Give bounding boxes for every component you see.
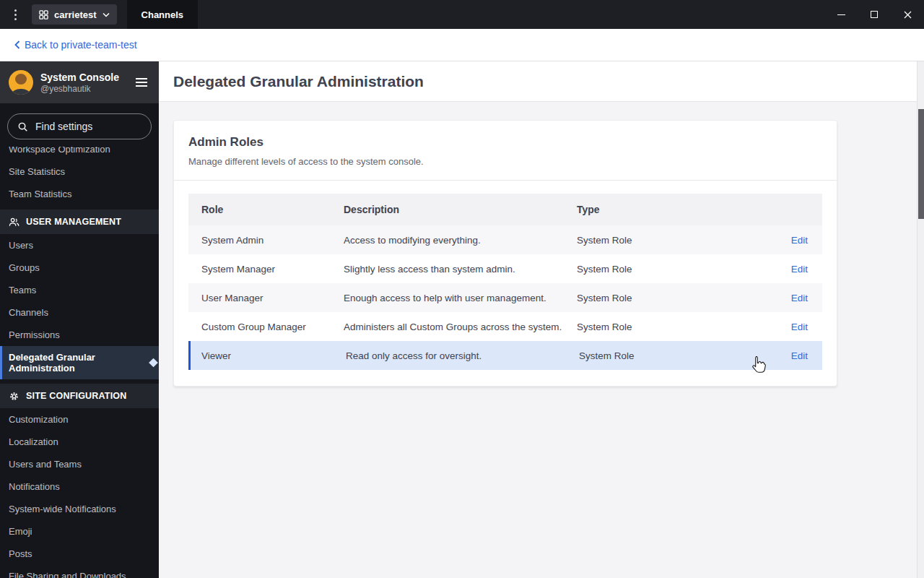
sidebar-item-groups[interactable]: Groups [0,256,159,279]
sidebar-item-teams[interactable]: Teams [0,279,159,301]
table-row-custom-group-manager[interactable]: Custom Group Manager Administers all Cus… [188,312,822,341]
type-cell: System Role [577,293,763,303]
role-cell: Viewer [191,350,346,361]
table-row-system-admin[interactable]: System Admin Access to modifying everyth… [188,225,822,254]
window-controls [824,0,924,29]
column-description: Description [344,204,577,215]
maximize-button[interactable] [858,0,891,29]
description-cell: Read only access for oversight. [346,350,579,361]
console-identity: System Console @yesbhautik [40,72,126,94]
console-username: @yesbhautik [40,84,126,94]
table-row-viewer[interactable]: Viewer Read only access for oversight. S… [188,341,822,370]
minimize-button[interactable] [824,0,858,29]
section-site-configuration-label: SITE CONFIGURATION [26,391,126,401]
users-icon [9,217,19,228]
sidebar-item-site-statistics[interactable]: Site Statistics [0,160,159,183]
sidebar-header: System Console @yesbhautik [0,61,159,103]
table-header-row: Role Description Type [188,194,822,225]
team-grid-icon [39,10,48,20]
sidebar-search-wrap [0,103,159,147]
sidebar-item-workspace-optimization[interactable]: Workspace Optimization [0,147,159,160]
sidebar-item-notifications[interactable]: Notifications [0,475,159,498]
search-input[interactable] [34,120,135,133]
search-input-wrap[interactable] [7,113,152,139]
system-console-sidebar: System Console @yesbhautik Workspace Opt… [0,61,159,578]
page-body: Admin Roles Manage different levels of a… [159,102,924,405]
titlebar: carrietest Channels [0,0,924,29]
role-cell: Custom Group Manager [188,322,344,332]
app-window: carrietest Channels [0,0,924,578]
role-cell: User Manager [188,293,344,303]
sidebar-item-channels[interactable]: Channels [0,301,159,324]
type-cell: System Role [577,264,763,275]
sidebar-item-users-and-teams[interactable]: Users and Teams [0,453,159,475]
card-header: Admin Roles Manage different levels of a… [174,121,837,181]
sidebar-item-permissions[interactable]: Permissions [0,324,159,346]
card-title: Admin Roles [188,135,822,150]
edit-link[interactable]: Edit [791,235,808,246]
team-selector[interactable]: carrietest [32,4,117,25]
sidebar-item-customization[interactable]: Customization [0,408,159,431]
column-role: Role [188,204,344,215]
sidebar-item-localization[interactable]: Localization [0,431,159,453]
hamburger-menu-icon[interactable] [133,75,150,90]
sidebar-item-label: Delegated Granular Administration [9,352,95,374]
close-button[interactable] [891,0,924,29]
tab-channels-label: Channels [141,9,184,20]
vertical-scrollbar[interactable] [917,61,924,578]
sidebar-item-users[interactable]: Users [0,234,159,256]
back-link-label: Back to private-team-test [25,39,137,51]
tab-channels[interactable]: Channels [127,0,199,29]
sidebar-item-team-statistics[interactable]: Team Statistics [0,183,159,205]
section-site-configuration: SITE CONFIGURATION [0,384,159,408]
sidebar-item-emoji[interactable]: Emoji [0,520,159,543]
gear-icon [9,391,19,402]
active-item-arrow-icon [149,358,158,368]
edit-link[interactable]: Edit [791,264,808,275]
sidebar-item-posts[interactable]: Posts [0,543,159,565]
sidebar-nav: Workspace Optimization Site Statistics T… [0,147,159,578]
description-cell: Administers all Custom Groups across the… [344,322,577,332]
console-title: System Console [40,72,126,84]
back-link[interactable]: Back to private-team-test [14,39,137,51]
column-type: Type [577,204,763,215]
card-description: Manage different levels of access to the… [188,156,822,167]
team-name-label: carrietest [54,9,97,20]
scrollbar-thumb[interactable] [918,109,924,219]
edit-link[interactable]: Edit [791,293,808,303]
search-icon [17,121,28,132]
type-cell: System Role [577,322,763,332]
content-area: System Console @yesbhautik Workspace Opt… [0,61,924,578]
page-header: Delegated Granular Administration [159,61,924,102]
table-row-user-manager[interactable]: User Manager Enough access to help with … [188,283,822,312]
edit-link[interactable]: Edit [791,350,808,361]
section-user-management: USER MANAGEMENT [0,210,159,234]
page-title: Delegated Granular Administration [173,73,424,90]
main-panel: Delegated Granular Administration Admin … [159,61,924,578]
user-avatar[interactable] [9,70,33,95]
chevron-down-icon [103,12,110,17]
type-cell: System Role [579,350,763,361]
kebab-menu-icon[interactable] [0,0,30,29]
admin-roles-card: Admin Roles Manage different levels of a… [173,120,837,387]
section-user-management-label: USER MANAGEMENT [26,217,121,227]
role-cell: System Admin [188,235,344,246]
role-cell: System Manager [188,264,344,275]
edit-link[interactable]: Edit [791,322,808,332]
chevron-left-icon [14,40,20,49]
table-row-system-manager[interactable]: System Manager Slightly less access than… [188,254,822,283]
sidebar-item-file-sharing-and-downloads[interactable]: File Sharing and Downloads [0,565,159,578]
roles-table: Role Description Type System Admin Acces… [174,181,837,386]
sidebar-item-delegated-granular-administration[interactable]: Delegated Granular Administration [0,346,159,379]
description-cell: Enough access to help with user manageme… [344,293,577,303]
description-cell: Slightly less access than system admin. [344,264,577,275]
sidebar-item-system-wide-notifications[interactable]: System-wide Notifications [0,498,159,520]
type-cell: System Role [577,235,763,246]
back-bar: Back to private-team-test [0,29,924,61]
description-cell: Access to modifying everything. [344,235,577,246]
